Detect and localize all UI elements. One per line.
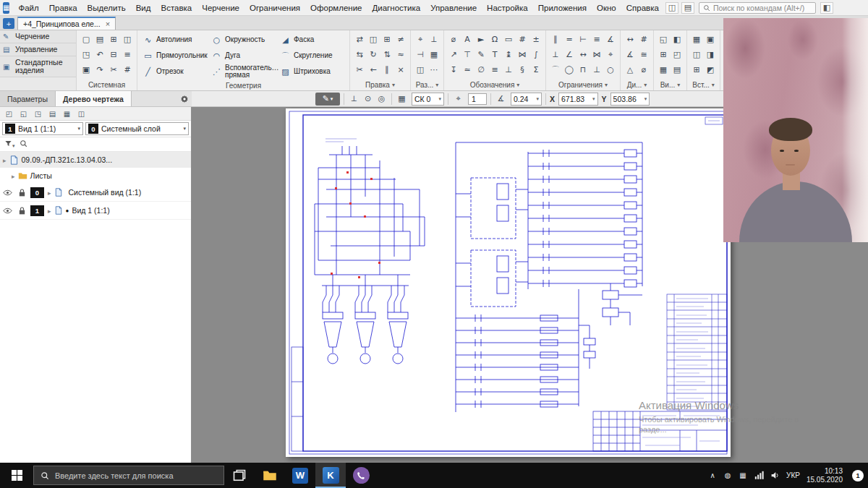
tool-icon[interactable]: ► (475, 33, 488, 46)
tool-icon[interactable]: = (563, 33, 576, 46)
tool-icon[interactable]: ⟂ (427, 33, 441, 46)
mode-tab[interactable]: ▤ Управление (0, 43, 76, 56)
tool-icon[interactable]: ≈ (394, 48, 407, 61)
geometry-tool-button[interactable]: ╱ Отрезок (141, 64, 208, 80)
language-indicator[interactable]: УКР (786, 471, 800, 479)
tool-icon[interactable]: ✂ (353, 63, 366, 77)
lock-icon[interactable] (14, 206, 29, 215)
tool-icon[interactable]: ≡ (488, 63, 501, 77)
toolbar-group-label[interactable]: Обозначения (446, 80, 544, 90)
panel-layout-icon[interactable]: ◳ (32, 108, 44, 119)
tool-icon[interactable]: ∅ (475, 63, 488, 77)
viber-button[interactable] (346, 463, 376, 488)
tool-icon[interactable]: ◫ (121, 33, 134, 46)
geometry-tool-button[interactable]: ◠ Дуга (210, 48, 277, 64)
tool-icon[interactable]: ↻ (367, 48, 380, 61)
tool-icon[interactable]: ▤ (671, 63, 684, 77)
menu-item[interactable]: Приложения (533, 2, 592, 14)
tool-icon[interactable]: ▦ (427, 48, 441, 61)
tool-icon[interactable]: ± (529, 33, 542, 46)
tool-icon[interactable]: ≡ (121, 48, 134, 61)
menu-item[interactable]: Оформление (305, 2, 367, 14)
toolbar-group-label[interactable]: Ограничения (548, 80, 618, 90)
visibility-eye-icon[interactable] (0, 206, 14, 215)
gear-icon[interactable] (177, 91, 192, 106)
tool-icon[interactable]: ∡ (604, 33, 617, 46)
tool-icon[interactable]: ⌖ (604, 48, 617, 61)
visibility-eye-icon[interactable] (0, 188, 14, 197)
geometry-tool-button[interactable]: ○ Окружность (210, 33, 277, 48)
tool-icon[interactable]: × (394, 63, 407, 77)
tool-icon[interactable]: ◩ (704, 63, 717, 77)
task-view-button[interactable] (224, 463, 255, 488)
tool-icon[interactable]: ⊞ (690, 63, 703, 77)
tool-icon[interactable]: ◳ (80, 48, 93, 61)
tool-icon[interactable]: ↷ (93, 63, 106, 77)
kompas-button[interactable]: K (315, 463, 346, 488)
tool-icon[interactable]: ∡ (624, 48, 637, 61)
tool-icon[interactable]: ⟂ (549, 48, 562, 61)
tool-icon[interactable]: ↨ (502, 48, 515, 61)
tool-icon[interactable]: ○ (604, 63, 617, 77)
tool-icon[interactable]: ◫ (414, 63, 427, 77)
menu-item[interactable]: Справка (621, 2, 664, 14)
tool-icon[interactable]: ✎ (475, 48, 488, 61)
toolbar-group-label[interactable]: Ди... (622, 80, 652, 90)
tool-icon[interactable]: ◫ (690, 48, 703, 61)
tool-icon[interactable]: ⊤ (461, 48, 474, 61)
snap-mode-icon[interactable]: ◎ (375, 93, 388, 105)
tool-icon[interactable]: △ (624, 63, 637, 77)
tool-icon[interactable]: ⊢ (576, 33, 590, 46)
tool-icon[interactable]: ⊓ (576, 63, 590, 77)
menu-item[interactable]: Вид (131, 2, 156, 14)
tool-icon[interactable]: A (461, 33, 474, 46)
tab-close-icon[interactable]: × (106, 20, 110, 28)
geometry-tool-button[interactable]: ◢ Фаска (278, 33, 346, 48)
geometry-tool-button[interactable]: ▭ Прямоугольник (141, 48, 208, 64)
tool-icon[interactable]: # (516, 33, 529, 46)
tree-search-icon[interactable] (20, 140, 27, 149)
menu-item[interactable]: Диагностика (367, 2, 425, 14)
menu-item[interactable]: Черчение (197, 2, 244, 14)
tab-parameters[interactable]: Параметры (0, 91, 56, 106)
geometry-tool-button[interactable]: ∿ Автолиния (141, 33, 208, 48)
notification-badge[interactable]: 1 (852, 470, 864, 481)
menu-item[interactable]: Файл (13, 2, 43, 14)
taskbar-search-input[interactable]: Введите здесь текст для поиска (33, 466, 224, 485)
tool-icon[interactable]: ◧ (671, 33, 684, 46)
tree-item-sheets[interactable]: Листы (0, 168, 191, 184)
snap-step-field[interactable]: 1 (468, 93, 487, 105)
menu-item[interactable]: Ограничения (244, 2, 305, 14)
file-explorer-button[interactable] (255, 463, 285, 488)
tool-icon[interactable]: ◫ (367, 33, 380, 46)
y-coordinate-field[interactable]: 503.86 (610, 93, 650, 106)
tool-icon[interactable]: ← (367, 63, 380, 77)
tool-icon[interactable]: ⇅ (380, 48, 393, 61)
menubar-icon[interactable]: ▤ (681, 2, 694, 14)
menu-item[interactable]: Правка (44, 2, 82, 14)
mode-tab[interactable]: ▣ Стандартные изделия (0, 56, 76, 77)
tool-icon[interactable]: ⋯ (427, 63, 441, 77)
panel-layout-icon[interactable]: ◰ (3, 108, 15, 119)
tool-icon[interactable]: ⊞ (380, 33, 393, 46)
toolbar-group-label[interactable]: Раз... (412, 80, 442, 90)
tray-icon[interactable]: ∧ (707, 471, 718, 479)
tool-icon[interactable]: ⌀ (637, 63, 650, 77)
tool-icon[interactable]: ≃ (461, 63, 474, 77)
drawing-sheet[interactable] (286, 108, 731, 457)
tree-item-view[interactable]: 1 ● Вид 1 (1:1) (0, 202, 191, 220)
geometry-tool-button[interactable]: ⌒ Скругление (278, 48, 346, 64)
tool-icon[interactable]: ⊞ (657, 48, 670, 61)
menubar-icon[interactable]: ◫ (665, 2, 678, 14)
tool-icon[interactable]: ▢ (80, 33, 93, 46)
tool-icon[interactable]: ▭ (502, 33, 515, 46)
tab-drawing-tree[interactable]: Дерево чертежа (56, 91, 132, 106)
snap-mode-icon[interactable]: ⟂ (348, 93, 360, 105)
tool-icon[interactable]: ⊥ (590, 63, 603, 77)
tool-icon[interactable]: # (121, 63, 134, 77)
command-search-input[interactable]: Поиск по командам (Alt+/) (699, 2, 816, 14)
tool-icon[interactable]: ↔ (576, 48, 590, 61)
tool-icon[interactable]: ∠ (563, 48, 576, 61)
filter-icon[interactable] (4, 140, 15, 149)
tool-icon[interactable]: ▦ (690, 33, 703, 46)
